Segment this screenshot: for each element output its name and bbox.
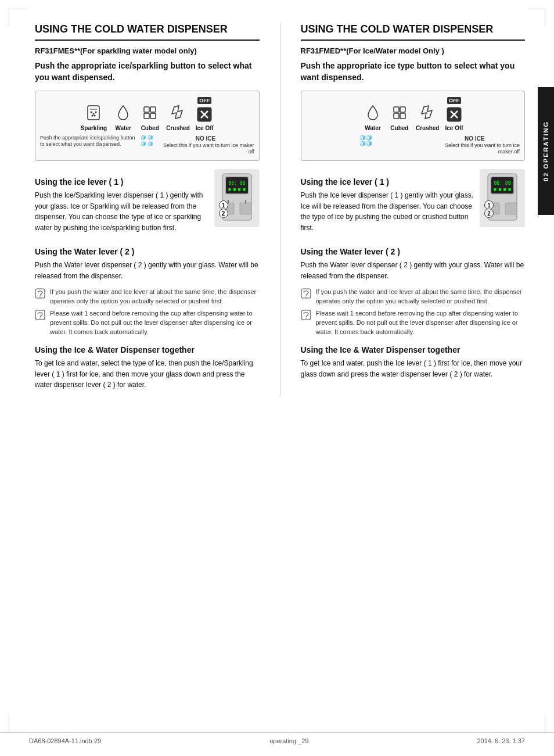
svg-marker-30 xyxy=(422,106,432,119)
svg-rect-7 xyxy=(144,107,149,112)
footer-left: DA68-02894A-11.indb 29 xyxy=(29,737,101,744)
svg-point-4 xyxy=(95,111,97,113)
svg-text:88: 88: 88: 88 xyxy=(228,181,245,186)
left-icons-row: Sparkling Water xyxy=(40,97,254,131)
right-dispenser-box: Water Cubed xyxy=(301,91,526,161)
left-cubed-icon xyxy=(139,102,160,123)
svg-rect-0 xyxy=(88,106,99,120)
right-cubed-icon xyxy=(389,102,410,123)
right-ice-lever-body: Push the Ice lever dispenser ( 1 ) gentl… xyxy=(301,190,474,233)
sparkling-icon-item: Sparkling xyxy=(81,102,107,131)
right-iceoff-label: Ice Off xyxy=(445,125,463,131)
left-crushed-icon-item: Crushed xyxy=(166,102,190,131)
svg-rect-40 xyxy=(505,203,517,214)
right-section-title: USING THE COLD WATER DISPENSER xyxy=(301,23,526,36)
left-together-body: To get Ice and water, select the type of… xyxy=(35,358,260,390)
svg-text:■ ■ ■ ■: ■ ■ ■ ■ xyxy=(228,187,246,192)
left-note-1: If you push the water and Ice lever at a… xyxy=(35,288,260,306)
left-iceoff-icon xyxy=(196,106,213,123)
left-notes-row: Push the appropriate ice/sparkling butto… xyxy=(40,135,254,156)
sparkling-label: Sparkling xyxy=(81,125,107,131)
right-iceoff-icon-item: OFF Ice Off xyxy=(445,97,463,131)
left-section-title: USING THE COLD WATER DISPENSER xyxy=(35,23,260,36)
svg-rect-26 xyxy=(394,107,399,112)
corner-tl xyxy=(9,9,26,26)
svg-point-5 xyxy=(92,114,93,116)
left-ice-lever-text: Using the ice lever ( 1 ) Push the Ice/S… xyxy=(35,169,208,239)
svg-text:■ ■ ■ ■: ■ ■ ■ ■ xyxy=(494,187,511,192)
left-no-ice-label: NO ICE xyxy=(157,135,254,142)
left-together-heading: Using the Ice & Water Dispenser together xyxy=(35,345,260,354)
left-off-badge: OFF xyxy=(197,97,211,104)
svg-point-25 xyxy=(39,318,41,320)
svg-rect-28 xyxy=(394,113,399,119)
left-ice-lever-heading: Using the ice lever ( 1 ) xyxy=(35,177,208,187)
svg-marker-11 xyxy=(172,106,182,119)
left-note2-text: Please wait 1 second before removing the… xyxy=(50,309,260,337)
footer-center: operating _29 xyxy=(269,737,308,744)
left-disp-note2-text: Select this if you want to turn ice make… xyxy=(163,142,254,155)
column-divider xyxy=(280,23,280,396)
left-lever-diagram: 88: 88 ■ ■ ■ ■ 1 2 xyxy=(214,169,260,227)
left-dispenser-box: Sparkling Water xyxy=(35,91,260,161)
page-footer: DA68-02894A-11.indb 29 operating _29 201… xyxy=(0,732,554,744)
svg-rect-10 xyxy=(150,113,156,119)
left-crushed-label: Crushed xyxy=(166,125,190,131)
right-column: USING THE COLD WATER DISPENSER RF31FMED*… xyxy=(301,23,526,396)
left-note2-icon xyxy=(35,310,45,320)
left-water-lever-body: Push the Water lever dispenser ( 2 ) gen… xyxy=(35,260,260,281)
left-water-label: Water xyxy=(115,125,131,131)
left-num2-circle: 2 xyxy=(219,209,228,218)
right-water-lever-heading: Using the Water lever ( 2 ) xyxy=(301,247,526,256)
right-cubed-icon-item: Cubed xyxy=(389,102,410,131)
right-crushed-icon xyxy=(417,102,438,123)
svg-rect-9 xyxy=(144,113,149,119)
left-column: USING THE COLD WATER DISPENSER RF31FMES*… xyxy=(35,23,260,396)
right-title-divider xyxy=(301,40,526,41)
right-notes-row: 🧊🧊🧊🧊 NO ICE Select this if you want to t… xyxy=(306,135,520,156)
right-water-lever-body: Push the Water lever dispenser ( 2 ) gen… xyxy=(301,260,526,281)
left-ice-lever-body: Push the Ice/Sparkling lever dispenser (… xyxy=(35,190,208,233)
right-together-heading: Using the Ice & Water Dispenser together xyxy=(301,345,526,354)
right-note2-icon xyxy=(301,310,311,320)
right-disp-note2: NO ICE Select this if you want to turn i… xyxy=(430,135,520,156)
svg-point-2 xyxy=(91,111,92,113)
svg-point-23 xyxy=(39,296,41,298)
svg-rect-8 xyxy=(150,107,156,112)
left-cubed-icon-item: Cubed xyxy=(139,102,160,131)
svg-point-42 xyxy=(305,296,307,298)
right-note2-text: Please wait 1 second before removing the… xyxy=(316,309,526,337)
footer-right: 2014. 6. 23. 1:37 xyxy=(477,737,525,744)
right-crushed-label: Crushed xyxy=(416,125,440,131)
right-water-icon xyxy=(362,102,383,123)
right-num2-circle: 2 xyxy=(484,209,494,218)
sidebar: 02 OPERATING xyxy=(538,87,554,215)
main-content: USING THE COLD WATER DISPENSER RF31FMES*… xyxy=(35,23,525,396)
left-iceoff-label: Ice Off xyxy=(196,125,214,131)
right-off-badge: OFF xyxy=(447,97,461,104)
right-icons-row: Water Cubed xyxy=(306,97,520,131)
svg-point-3 xyxy=(93,113,95,114)
right-crushed-icon-item: Crushed xyxy=(416,102,440,131)
right-ice-lever-section: Using the ice lever ( 1 ) Push the Ice l… xyxy=(301,169,526,239)
right-note1-icon xyxy=(301,288,311,299)
left-model-subtitle: RF31FMES**(For sparkling water model onl… xyxy=(35,46,260,56)
left-note-2: Please wait 1 second before removing the… xyxy=(35,309,260,337)
left-water-icon-item: Water xyxy=(113,102,134,131)
right-lever-diagram: 88: 88 ■ ■ ■ ■ 1 2 xyxy=(480,169,525,227)
left-note1-icon xyxy=(35,288,45,299)
left-title-divider xyxy=(35,40,260,41)
sparkling-icon xyxy=(83,102,104,123)
left-crushed-icon xyxy=(167,102,188,123)
right-model-subtitle: RF31FMED**(For Ice/Water model Only ) xyxy=(301,46,526,56)
left-note1-text: If you push the water and Ice lever at a… xyxy=(50,288,260,306)
left-ice-lever-section: Using the ice lever ( 1 ) Push the Ice/S… xyxy=(35,169,260,239)
left-disp-note2: NO ICE Select this if you want to turn i… xyxy=(157,135,254,156)
right-note1-text: If you push the water and Ice lever at a… xyxy=(316,288,526,306)
corner-br xyxy=(528,715,545,733)
right-water-label: Water xyxy=(365,125,380,131)
svg-rect-21 xyxy=(240,203,251,214)
left-water-icon xyxy=(113,102,134,123)
left-iceoff-icon-item: OFF Ice Off xyxy=(196,97,214,131)
corner-bl xyxy=(9,715,26,733)
